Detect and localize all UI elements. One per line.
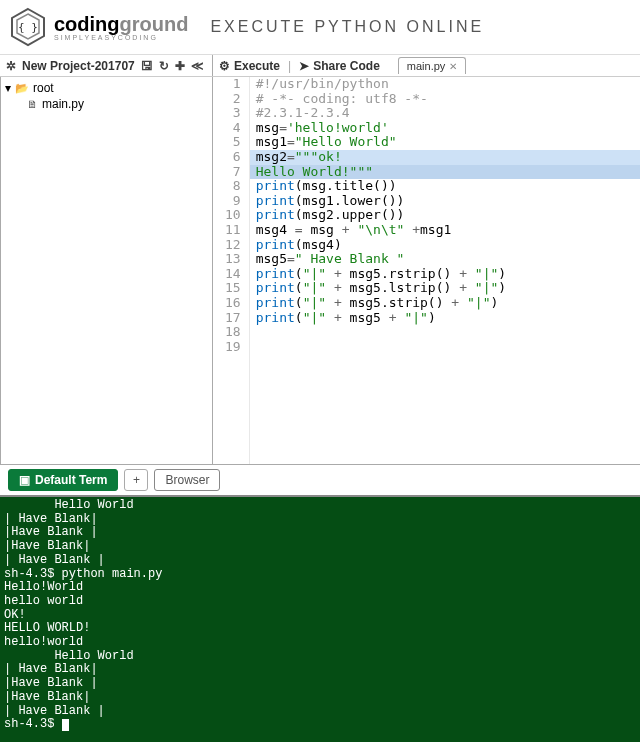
save-icon[interactable]: 🖫 xyxy=(141,59,153,73)
editor-toolbar: ⚙ Execute | ➤ Share Code main.py ✕ xyxy=(213,55,640,77)
brand-logo[interactable]: { } codingground SIMPLYEASYCODING xyxy=(8,7,188,47)
file-icon: 🗎 xyxy=(27,98,38,110)
brand-sub: SIMPLYEASYCODING xyxy=(54,34,188,41)
toolbar-row: ✲ New Project-201707 🖫 ↻ ✚ ≪ ⚙ Execute |… xyxy=(0,55,640,77)
brand-a: coding xyxy=(54,13,120,35)
terminal-tabs: ▣ Default Term + Browser xyxy=(0,465,640,497)
file-tree: ▾ 📂 root 🗎 main.py xyxy=(0,77,213,465)
terminal-output[interactable]: Hello World| Have Blank||Have Blank ||Ha… xyxy=(0,497,640,742)
terminal-icon: ▣ xyxy=(19,473,30,487)
share-icon: ➤ xyxy=(299,59,309,73)
add-tab-button[interactable]: + xyxy=(124,469,148,491)
brand-b: ground xyxy=(120,13,189,35)
gear-icon[interactable]: ✲ xyxy=(6,59,16,73)
refresh-icon[interactable]: ↻ xyxy=(159,59,169,73)
folder-icon: 📂 xyxy=(15,82,29,95)
logo-icon: { } xyxy=(8,7,48,47)
project-name[interactable]: New Project-201707 xyxy=(22,59,135,73)
tab-close-icon[interactable]: ✕ xyxy=(449,61,457,72)
tree-root[interactable]: ▾ 📂 root xyxy=(5,80,208,96)
project-toolbar: ✲ New Project-201707 🖫 ↻ ✚ ≪ xyxy=(0,55,213,76)
tree-file-main-py[interactable]: 🗎 main.py xyxy=(5,96,208,112)
execute-icon: ⚙ xyxy=(219,59,230,73)
tab-browser[interactable]: Browser xyxy=(154,469,220,491)
page-title: EXECUTE PYTHON ONLINE xyxy=(210,18,632,36)
line-gutter: 12345678910111213141516171819 xyxy=(213,77,250,464)
collapse-icon[interactable]: ▾ xyxy=(5,81,11,95)
code-lines[interactable]: #!/usr/bin/python# -*- coding: utf8 -*-#… xyxy=(250,77,640,464)
share-button[interactable]: ➤ Share Code xyxy=(299,59,380,73)
close-icon[interactable]: ≪ xyxy=(191,59,204,73)
header: { } codingground SIMPLYEASYCODING EXECUT… xyxy=(0,0,640,55)
tab-main-py[interactable]: main.py ✕ xyxy=(398,57,467,74)
execute-button[interactable]: ⚙ Execute xyxy=(219,59,280,73)
tab-default-term[interactable]: ▣ Default Term xyxy=(8,469,118,491)
svg-text:{ }: { } xyxy=(18,21,38,34)
add-icon[interactable]: ✚ xyxy=(175,59,185,73)
divider: | xyxy=(288,59,291,73)
code-editor[interactable]: 12345678910111213141516171819 #!/usr/bin… xyxy=(213,77,640,465)
